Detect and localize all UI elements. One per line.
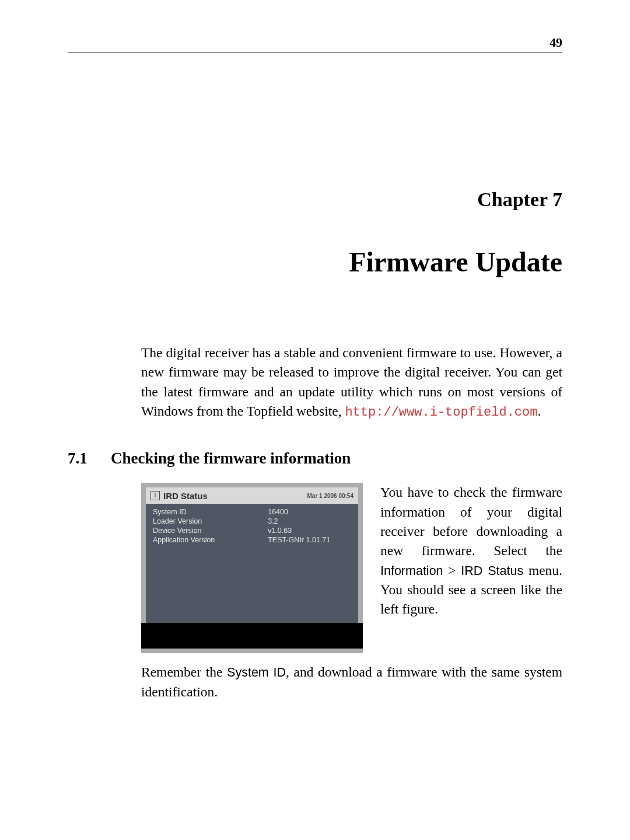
- right-text-1: You have to check the firmware informati…: [380, 485, 562, 558]
- section-heading: 7.1 Checking the firmware information: [68, 449, 562, 468]
- chapter-title: Firmware Update: [68, 246, 562, 278]
- ird-row: Loader Version 3.2: [153, 517, 351, 526]
- ird-value: 16400: [268, 508, 351, 516]
- ird-timestamp: Mar 1 2006 00:54: [307, 493, 354, 499]
- ird-label: Device Version: [153, 527, 268, 535]
- topfield-url: http://www.i-topfield.com: [345, 405, 537, 420]
- ird-footer-bar: [141, 623, 363, 649]
- after-figure-paragraph: Remember the System ID, and download a f…: [141, 663, 562, 702]
- ird-row: Device Version v1.0.63: [153, 526, 351, 535]
- system-id-label: System ID: [227, 665, 286, 679]
- ird-status-screenshot: i IRD Status Mar 1 2006 00:54 System ID …: [141, 483, 363, 653]
- page-number: 49: [550, 35, 562, 50]
- intro-text-after: .: [537, 403, 541, 419]
- page-container: 49 Chapter 7 Firmware Update The digital…: [0, 0, 630, 840]
- ird-row: System ID 16400: [153, 507, 351, 517]
- section-number: 7.1: [68, 449, 98, 468]
- ird-title: IRD Status: [163, 491, 208, 501]
- ird-label: Loader Version: [153, 517, 268, 525]
- ird-label: System ID: [153, 508, 268, 516]
- ird-value: v1.0.63: [268, 527, 351, 535]
- figure-column: i IRD Status Mar 1 2006 00:54 System ID …: [141, 483, 363, 653]
- ird-body: System ID 16400 Loader Version 3.2 Devic…: [146, 504, 358, 623]
- ird-titlebar: i IRD Status Mar 1 2006 00:54: [146, 487, 358, 504]
- ird-label: Application Version: [153, 536, 268, 544]
- ird-value: 3.2: [268, 517, 351, 525]
- header-rule: [68, 53, 562, 53]
- intro-paragraph: The digital receiver has a stable and co…: [141, 343, 562, 421]
- figure-text-row: i IRD Status Mar 1 2006 00:54 System ID …: [141, 483, 562, 653]
- ird-value: TEST-GNIr 1.01.71: [268, 536, 351, 544]
- section-title: Checking the firmware information: [111, 449, 351, 468]
- chapter-label: Chapter 7: [68, 189, 562, 211]
- after-text-1: Remember the: [141, 664, 227, 679]
- menu-separator: >: [443, 563, 461, 578]
- ird-row: Application Version TEST-GNIr 1.01.71: [153, 535, 351, 545]
- menu-path-information: Information: [380, 564, 443, 578]
- menu-path-ird-status: IRD Status: [461, 564, 523, 578]
- info-icon: i: [150, 491, 160, 500]
- right-text-column: You have to check the firmware informati…: [380, 483, 562, 653]
- ird-bottom-border: [141, 649, 363, 653]
